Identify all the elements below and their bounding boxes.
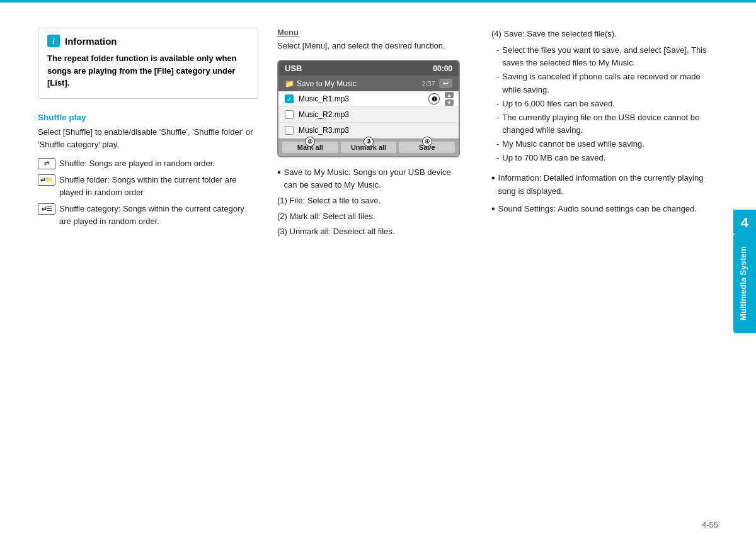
list-item: • Information: Detailed information on t… [491,172,718,197]
menu-description: Select [Menu], and select the desired fu… [277,40,466,52]
chapter-sidebar: 4 Multimedia System [733,210,756,333]
circle-number-1: ❶ [428,93,440,104]
checkmark-icon: ✓ [287,96,292,103]
dash-text: My Music cannot be used while saving. [502,138,644,150]
back-button[interactable]: ↩ [439,79,452,88]
sound-settings-text: Sound Settings: Audio sound settings can… [498,203,697,215]
save-bullets: • Save to My Music: Songs on your USB de… [277,166,466,191]
bullet-text: Shuffle folder: Songs within the current… [59,174,258,199]
extra-bullets-section: • Information: Detailed information on t… [491,172,718,215]
usb-screen: USB 00:00 📁Save to My Music 2/37 ↩ ✓ [277,60,460,157]
dash: - [496,152,499,164]
scroll-arrows[interactable]: ▲ ▼ [445,92,454,106]
list-item: -Saving is canceled if phone calls are r… [496,71,718,96]
info-icon: i [47,35,60,47]
middle-column: Menu Select [Menu], and select the desir… [277,28,485,517]
bullet-text: Shuffle: Songs are played in random orde… [59,157,215,170]
list-item: • Sound Settings: Audio sound settings c… [491,203,718,215]
file-name-1: Music_R1.mp3 [299,94,349,103]
circle-2: ② [305,137,315,147]
usb-title-bar: 📁Save to My Music 2/37 ↩ [278,76,459,91]
file-item-1[interactable]: ✓ Music_R1.mp3 ❶ ▲ ▼ [278,91,459,107]
dash-text: Select the files you want to save, and s… [502,44,718,69]
list-item: -Select the files you want to save, and … [496,44,718,69]
list-item: • Save to My Music: Songs on your USB de… [277,166,466,191]
dash: - [496,111,499,124]
save-dash-list: -Select the files you want to save, and … [496,44,718,164]
bullet-dot: • [277,167,281,178]
scroll-up-arrow[interactable]: ▲ [445,92,454,98]
circle-3: ③ [364,137,374,147]
usb-time: 00:00 [433,64,452,73]
right-bullet-list: • Information: Detailed information on t… [491,172,718,215]
numbered-item-3: (3) Unmark all: Deselect all files. [277,225,466,238]
info-body-text: The repeat folder function is available … [47,52,249,89]
shuffle-bullet-list: ⇄ Shuffle: Songs are played in random or… [38,157,258,229]
numbered-item-1: (1) File: Select a file to save. [277,195,466,207]
dash: - [496,71,499,83]
info-bullet-text: Information: Detailed information on the… [498,172,718,197]
info-heading: Information [65,36,117,47]
dash-text: The currently playing file on the USB de… [502,111,718,137]
item4-heading: (4) Save: Save the selected file(s). [491,28,718,40]
file-checkbox-2[interactable] [285,110,294,119]
save-music-text: Save to My Music: Songs on your USB devi… [284,166,466,191]
list-item: -Up to 6,000 files can be saved. [496,98,718,110]
unmark-all-button[interactable]: ③ Unmark all [341,142,397,153]
bullet-text: Shuffle category: Songs within the curre… [59,203,258,228]
usb-footer: ② Mark all ③ Unmark all ④ Save [278,138,459,156]
file-item-2[interactable]: Music_R2.mp3 [278,107,459,123]
page-number: 4-55 [702,520,718,529]
left-column: i Information The repeat folder function… [38,28,277,517]
info-title: i Information [47,35,249,47]
bullet-dot: • [491,204,495,214]
right-column: (4) Save: Save the selected file(s). -Se… [485,28,718,517]
dash-text: Saving is canceled if phone calls are re… [502,71,718,96]
list-item: -My Music cannot be used while saving. [496,138,718,150]
save-title: 📁Save to My Music [285,79,357,88]
file-name-3: Music_R3.mp3 [299,126,349,135]
shuffle-folder-icon: ⇄📁 [38,174,55,186]
usb-header: USB 00:00 [278,61,459,76]
numbered-list: (1) File: Select a file to save. (2) Mar… [277,195,466,237]
shuffle-icon: ⇄ [38,158,55,169]
dash-text: Up to 700 MB can be saved. [502,152,605,164]
shuffle-category-icon: ⇄☰ [38,203,55,215]
bullet-dot: • [491,173,495,183]
info-box: i Information The repeat folder function… [38,28,258,99]
mark-all-button[interactable]: ② Mark all [282,142,338,153]
chapter-number: 4 [733,210,756,234]
chapter-label: Multimedia System [733,234,756,333]
file-list: ✓ Music_R1.mp3 ❶ ▲ ▼ Music_R2.mp3 [278,91,459,138]
file-checkbox-3[interactable] [285,126,294,135]
list-item: -Up to 700 MB can be saved. [496,152,718,164]
dash: - [496,44,499,57]
dash: - [496,138,499,150]
menu-label: Menu [277,28,466,37]
list-item: ⇄📁 Shuffle folder: Songs within the curr… [38,174,258,199]
file-checkbox-1[interactable]: ✓ [285,94,294,103]
dash-text: Up to 6,000 files can be saved. [502,98,615,110]
circle-4: ④ [422,137,432,147]
shuffle-heading: Shuffle play [38,113,258,122]
list-item: ⇄☰ Shuffle category: Songs within the cu… [38,203,258,228]
save-button[interactable]: ④ Save [399,142,455,153]
list-item: -The currently playing file on the USB d… [496,111,718,137]
usb-label: USB [285,64,302,73]
list-item: ⇄ Shuffle: Songs are played in random or… [38,157,258,170]
dash: - [496,98,499,110]
file-count: 2/37 [422,80,435,88]
scroll-down-arrow[interactable]: ▼ [445,99,454,106]
shuffle-intro: Select [Shuffle] to enable/disable 'Shuf… [38,126,258,151]
file-name-2: Music_R2.mp3 [299,110,349,119]
numbered-item-2: (2) Mark all: Select all files. [277,210,466,223]
